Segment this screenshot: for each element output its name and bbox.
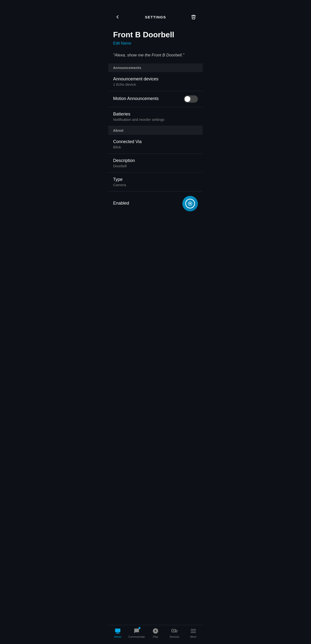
batteries-content: Batteries Notification and reorder setti… — [113, 112, 198, 122]
type-title: Type — [113, 177, 198, 182]
description-row[interactable]: Description Doorbell — [108, 154, 203, 172]
svg-point-1 — [189, 203, 191, 204]
announcement-devices-subtitle: 1 Echo device — [113, 82, 198, 86]
enabled-toggle-icon — [188, 202, 192, 206]
connected-via-row[interactable]: Connected Via Blink — [108, 135, 203, 154]
batteries-row[interactable]: Batteries Notification and reorder setti… — [108, 107, 203, 126]
motion-announcements-toggle[interactable] — [184, 96, 198, 103]
enabled-toggle[interactable] — [182, 196, 198, 211]
delete-icon — [191, 14, 196, 20]
edit-name-link[interactable]: Edit Name — [113, 41, 131, 45]
alexa-command: "Alexa, show me the Front B Doorbell." — [108, 48, 203, 64]
enabled-content: Enabled — [113, 201, 182, 206]
enabled-toggle-inner — [185, 199, 195, 208]
connected-via-title: Connected Via — [113, 139, 198, 144]
page-title: SETTINGS — [145, 15, 166, 19]
motion-announcements-content: Motion Announcements — [113, 96, 184, 102]
enabled-row[interactable]: Enabled — [108, 192, 203, 218]
device-name: Front B Doorbell — [113, 30, 198, 39]
announcement-devices-content: Announcement devices 1 Echo device — [113, 76, 198, 86]
motion-announcements-row[interactable]: Motion Announcements — [108, 91, 203, 107]
description-subtitle: Doorbell — [113, 164, 198, 168]
motion-announcements-title: Motion Announcements — [113, 96, 184, 101]
announcement-devices-title: Announcement devices — [113, 76, 198, 82]
delete-button[interactable] — [189, 12, 198, 21]
about-section-header: About — [108, 126, 203, 135]
device-name-section: Front B Doorbell Edit Name — [108, 25, 203, 48]
announcement-devices-row[interactable]: Announcement devices 1 Echo device — [108, 72, 203, 91]
enabled-title: Enabled — [113, 201, 182, 206]
back-button[interactable] — [113, 12, 122, 21]
back-arrow-icon — [115, 14, 120, 20]
description-content: Description Doorbell — [113, 158, 198, 168]
type-row[interactable]: Type Camera — [108, 172, 203, 192]
connected-via-subtitle: Blink — [113, 145, 198, 149]
announcements-section-header: Announcements — [108, 64, 203, 72]
scroll-content: Front B Doorbell Edit Name "Alexa, show … — [108, 25, 203, 243]
motion-announcements-toggle-track — [184, 96, 198, 103]
type-subtitle: Camera — [113, 183, 198, 187]
motion-announcements-toggle-thumb — [185, 96, 190, 102]
type-content: Type Camera — [113, 177, 198, 187]
batteries-title: Batteries — [113, 112, 198, 117]
header: SETTINGS — [108, 0, 203, 25]
connected-via-content: Connected Via Blink — [113, 139, 198, 149]
description-title: Description — [113, 158, 198, 163]
batteries-subtitle: Notification and reorder settings — [113, 118, 198, 122]
